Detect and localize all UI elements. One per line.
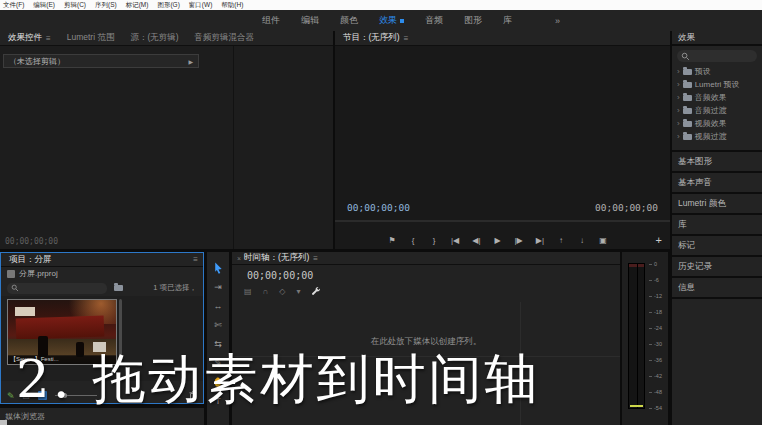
project-file-row[interactable]: 分屏.prproj xyxy=(1,267,203,280)
extract-icon[interactable]: ↓ xyxy=(578,236,586,245)
timeline-track-area[interactable]: 在此处放下媒体以创建序列。 xyxy=(232,302,620,425)
menu-edit[interactable]: 编辑(E) xyxy=(33,1,55,10)
razor-tool[interactable]: ✄ xyxy=(207,315,229,334)
selection-tool[interactable] xyxy=(207,258,229,277)
lift-icon[interactable]: ↑ xyxy=(557,236,565,245)
step-back-icon[interactable]: ◀| xyxy=(472,236,480,245)
panel-tab-markers[interactable]: 标记 xyxy=(672,234,762,255)
button-editor-icon[interactable]: + xyxy=(656,234,662,246)
no-clip-selected-bar[interactable]: （未选择剪辑） ▶ xyxy=(3,54,199,68)
ripple-edit-tool[interactable]: ↔ xyxy=(207,296,229,315)
mark-in-icon[interactable]: { xyxy=(409,236,417,245)
new-bin-folder-icon[interactable] xyxy=(114,285,123,291)
icon-view-button[interactable] xyxy=(38,391,47,400)
writable-toggle-icon[interactable]: ✎ xyxy=(7,391,15,401)
tab-audio-clip-mixer[interactable]: 音频剪辑混合器 xyxy=(187,31,263,45)
program-monitor-tab-bar: 节目：(无序列) ≡ xyxy=(335,31,670,46)
add-marker-icon[interactable]: ▾ xyxy=(296,287,300,296)
go-to-in-icon[interactable]: |◀ xyxy=(451,236,459,245)
snap-icon[interactable]: ∩ xyxy=(263,287,269,296)
workspace-tab-editing[interactable]: 编辑 xyxy=(301,14,319,27)
chevron-right-icon[interactable]: › xyxy=(677,132,680,141)
tree-item-lumetri-presets[interactable]: › Lumetri 预设 xyxy=(672,78,762,91)
tab-project[interactable]: 项目：分屏 xyxy=(1,253,60,266)
step-forward-icon[interactable]: |▶ xyxy=(515,236,523,245)
scrollbar-nub[interactable] xyxy=(0,420,7,425)
menu-graphics[interactable]: 图形(G) xyxy=(157,1,179,10)
tab-lumetri-scopes[interactable]: Lumetri 范围 xyxy=(59,31,123,45)
project-search-input[interactable] xyxy=(7,283,107,294)
panel-tab-info[interactable]: 信息 xyxy=(672,276,762,297)
menu-file[interactable]: 文件(F) xyxy=(3,1,24,10)
chevron-right-icon[interactable]: › xyxy=(677,67,680,76)
tab-source-monitor[interactable]: 源：(无剪辑) xyxy=(122,31,186,45)
panel-menu-icon[interactable]: ≡ xyxy=(193,255,203,264)
slider-knob[interactable] xyxy=(62,393,67,398)
workspace-tab-color[interactable]: 颜色 xyxy=(340,14,358,27)
thumbnail-zoom-slider[interactable] xyxy=(55,395,97,396)
close-panel-icon[interactable]: × xyxy=(232,255,244,262)
tab-effect-controls[interactable]: 效果控件 ≡ xyxy=(0,31,59,45)
menu-markers[interactable]: 标记(M) xyxy=(126,1,149,10)
menu-clip[interactable]: 剪辑(C) xyxy=(64,1,86,10)
workspace-tab-libraries[interactable]: 库 xyxy=(503,14,512,27)
panel-menu-icon[interactable]: ≡ xyxy=(313,254,318,263)
add-marker-icon[interactable]: ⚑ xyxy=(388,236,396,245)
project-tab-bar: 项目：分屏 ≡ xyxy=(1,253,203,267)
chevron-right-icon[interactable]: › xyxy=(677,119,680,128)
effects-search-input[interactable] xyxy=(677,50,757,62)
clip-thumbnail[interactable]: 【Seve...】Festi... xyxy=(7,299,117,365)
hand-tool[interactable]: ✋ xyxy=(207,372,229,391)
play-icon[interactable]: ▶ xyxy=(494,236,502,245)
effects-panel-title[interactable]: 效果 xyxy=(672,31,762,46)
timeline-settings-wrench-icon[interactable] xyxy=(311,286,321,296)
tree-item-video-transitions[interactable]: › 视频过渡 xyxy=(672,130,762,143)
panel-menu-icon[interactable]: ≡ xyxy=(404,34,409,43)
panel-tab-history[interactable]: 历史记录 xyxy=(672,255,762,276)
export-frame-icon[interactable]: ▣ xyxy=(599,236,607,245)
insert-overwrite-settings-icon[interactable]: ▤ xyxy=(244,287,252,296)
tree-item-video-effects[interactable]: › 视频效果 xyxy=(672,117,762,130)
chevron-right-icon[interactable]: › xyxy=(677,80,680,89)
tree-item-presets[interactable]: › 预设 xyxy=(672,65,762,78)
panel-tab-essential-graphics[interactable]: 基本图形 xyxy=(672,150,762,171)
workspace-tab-assembly[interactable]: 组件 xyxy=(262,14,280,27)
panel-tab-lumetri-color[interactable]: Lumetri 颜色 xyxy=(672,192,762,213)
track-header-divider[interactable] xyxy=(520,302,521,425)
linked-selection-icon[interactable]: ◇ xyxy=(279,287,285,296)
program-scrubber[interactable] xyxy=(335,220,670,222)
workspace-tab-graphics[interactable]: 图形 xyxy=(464,14,482,27)
go-to-out-icon[interactable]: ▶| xyxy=(536,236,544,245)
tab-timeline[interactable]: 时间轴：(无序列) ≡ xyxy=(244,252,326,264)
panel-tab-libraries[interactable]: 库 xyxy=(672,213,762,234)
workspace-tab-menu-icon[interactable] xyxy=(400,19,404,23)
timeline-timecode[interactable]: 00;00;00;00 xyxy=(247,270,313,281)
workspace-tab-effects[interactable]: 效果 xyxy=(379,14,404,27)
panel-tab-essential-sound[interactable]: 基本声音 xyxy=(672,171,762,192)
effect-controls-divider[interactable] xyxy=(233,46,234,249)
menu-help[interactable]: 帮助(H) xyxy=(221,1,243,10)
panel-menu-icon[interactable]: ≡ xyxy=(46,34,51,43)
tree-item-audio-transitions[interactable]: › 音频过渡 xyxy=(672,104,762,117)
mark-out-icon[interactable]: } xyxy=(430,236,438,245)
menu-window[interactable]: 窗口(W) xyxy=(189,1,212,10)
workspace-tab-audio[interactable]: 音频 xyxy=(425,14,443,27)
tree-item-audio-effects[interactable]: › 音频效果 xyxy=(672,91,762,104)
program-current-timecode[interactable]: 00;00;00;00 xyxy=(347,202,410,213)
tab-program-monitor[interactable]: 节目：(无序列) ≡ xyxy=(335,31,416,45)
audio-meters-panel[interactable]: 0 -6 -12 -18 -24 -30 -36 -42 -48 -54 xyxy=(622,252,668,425)
menu-sequence[interactable]: 序列(S) xyxy=(95,1,117,10)
chevron-right-icon[interactable]: › xyxy=(677,93,680,102)
type-tool[interactable]: T xyxy=(207,391,229,410)
chevron-right-icon[interactable]: › xyxy=(677,106,680,115)
project-scrollbar[interactable] xyxy=(119,299,122,365)
pen-tool[interactable]: ✎ xyxy=(207,353,229,372)
list-view-icon[interactable]: ▤ xyxy=(23,391,31,400)
trash-icon[interactable] xyxy=(189,391,197,400)
slip-tool[interactable]: ⇆ xyxy=(207,334,229,353)
track-select-forward-tool[interactable]: ⇥ xyxy=(207,277,229,296)
tab-media-browser[interactable]: 媒体浏览器 xyxy=(0,406,204,425)
db-label: 0 xyxy=(649,261,662,267)
expander-icon[interactable]: ▶ xyxy=(188,58,193,65)
workspace-overflow-chevron[interactable]: » xyxy=(555,16,560,26)
